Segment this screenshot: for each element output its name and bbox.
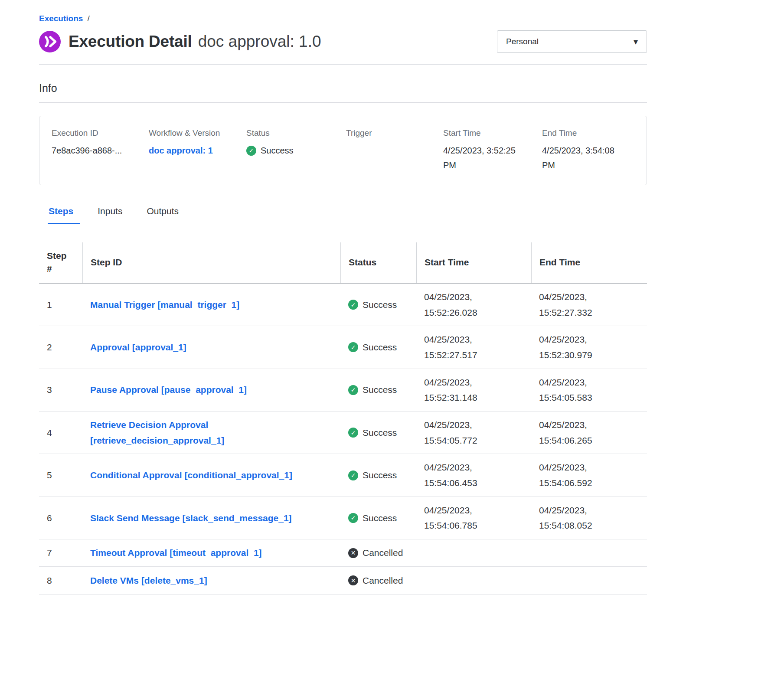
step-id-link[interactable]: Approval [approval_1]	[90, 342, 186, 352]
info-label: Status	[246, 128, 342, 138]
step-id-link[interactable]: Delete VMs [delete_vms_1]	[90, 575, 207, 585]
tab-inputs[interactable]: Inputs	[91, 206, 129, 224]
step-id-link[interactable]: Conditional Approval [conditional_approv…	[90, 470, 292, 480]
table-row: 4 Retrieve Decision Approval [retrieve_d…	[39, 412, 647, 454]
status-cell: ✓ Success	[340, 462, 416, 489]
start-time-cell: 04/25/2023, 15:54:06.785	[416, 497, 531, 539]
table-row: 3 Pause Approval [pause_approval_1] ✓ Su…	[39, 369, 647, 412]
table-row: 6 Slack Send Message [slack_send_message…	[39, 497, 647, 539]
status-icon: ✓	[348, 513, 358, 523]
status-cell: ✓ Success	[340, 334, 416, 361]
detail-tabs: Steps Inputs Outputs	[39, 206, 647, 224]
status-cell: ✓ Success	[340, 376, 416, 403]
info-card: Execution ID 7e8ac396-a868-... Workflow …	[39, 116, 647, 185]
step-id-link[interactable]: Slack Send Message [slack_send_message_1…	[90, 513, 292, 523]
status-icon: ✓	[348, 342, 358, 352]
status-cell: ✕ Cancelled	[340, 567, 416, 594]
execution-status: ✓ Success	[246, 143, 342, 158]
end-time-cell: 04/25/2023, 15:54:05.583	[531, 369, 647, 411]
status-label: Success	[363, 382, 397, 398]
title-divider	[39, 64, 647, 65]
status-icon: ✓	[348, 428, 358, 438]
workflow-version-link[interactable]: doc approval: 1	[149, 146, 213, 155]
start-time-cell: 04/25/2023, 15:54:05.772	[416, 412, 531, 454]
end-time-value: 4/25/2023, 3:54:08 PM	[542, 143, 629, 173]
step-number: 3	[39, 376, 82, 403]
end-time-cell: 04/25/2023, 15:52:27.332	[531, 284, 647, 326]
step-number: 1	[39, 291, 82, 318]
chevron-down-icon: ▾	[634, 37, 638, 46]
header-step-id: Step ID	[82, 242, 340, 283]
start-time-cell: 04/25/2023, 15:52:26.028	[416, 284, 531, 326]
table-row: 1 Manual Trigger [manual_trigger_1] ✓ Su…	[39, 284, 647, 326]
table-row: 2 Approval [approval_1] ✓ Success 04/25/…	[39, 326, 647, 369]
step-number: 8	[39, 567, 82, 594]
info-field-status: Status ✓ Success	[246, 128, 346, 158]
header-end-time: End Time	[531, 242, 647, 283]
step-number: 4	[39, 419, 82, 446]
status-cell: ✓ Success	[340, 505, 416, 532]
status-label: Cancelled	[363, 573, 403, 588]
end-time-cell: 04/25/2023, 15:54:06.592	[531, 454, 647, 496]
step-id-link[interactable]: Timeout Approval [timeout_approval_1]	[90, 548, 262, 558]
workflow-logo-icon	[39, 31, 61, 52]
header-start-time: Start Time	[416, 242, 531, 283]
start-time-cell: 04/25/2023, 15:52:27.517	[416, 326, 531, 368]
step-id-link[interactable]: Retrieve Decision Approval [retrieve_dec…	[90, 420, 224, 445]
info-section-heading: Info	[39, 82, 647, 95]
start-time-cell	[416, 567, 531, 594]
status-cell: ✓ Success	[340, 291, 416, 318]
end-time-cell	[531, 567, 647, 594]
status-icon: ✕	[348, 575, 358, 585]
execution-id-value: 7e8ac396-a868-...	[52, 143, 144, 158]
start-time-cell	[416, 539, 531, 566]
info-label: End Time	[542, 128, 630, 138]
breadcrumb: Executions /	[39, 0, 647, 23]
breadcrumb-separator: /	[87, 14, 89, 23]
page-title: Execution Detail	[69, 33, 192, 51]
end-time-cell: 04/25/2023, 15:52:30.979	[531, 326, 647, 368]
start-time-cell: 04/25/2023, 15:54:06.453	[416, 454, 531, 496]
table-row: 5 Conditional Approval [conditional_appr…	[39, 454, 647, 497]
step-number: 6	[39, 505, 82, 532]
status-cell: ✓ Success	[340, 419, 416, 446]
info-field-execution-id: Execution ID 7e8ac396-a868-...	[52, 128, 149, 158]
header-status: Status	[340, 242, 416, 283]
status-icon: ✕	[348, 548, 358, 558]
info-field-start-time: Start Time 4/25/2023, 3:52:25 PM	[443, 128, 542, 173]
table-row: 7 Timeout Approval [timeout_approval_1] …	[39, 539, 647, 567]
info-label: Trigger	[346, 128, 439, 138]
scope-dropdown[interactable]: Personal ▾	[497, 30, 647, 53]
status-label: Cancelled	[363, 545, 403, 561]
tab-outputs[interactable]: Outputs	[140, 206, 186, 224]
status-label: Success	[261, 143, 294, 158]
info-label: Workflow & Version	[149, 128, 242, 138]
status-cell: ✕ Cancelled	[340, 539, 416, 566]
status-label: Success	[363, 340, 397, 355]
end-time-cell: 04/25/2023, 15:54:06.265	[531, 412, 647, 454]
step-number: 2	[39, 334, 82, 361]
header-step-number: Step #	[39, 242, 82, 283]
start-time-value: 4/25/2023, 3:52:25 PM	[443, 143, 530, 173]
info-heading-divider	[39, 102, 647, 103]
info-field-trigger: Trigger	[346, 128, 443, 143]
status-label: Success	[363, 467, 397, 483]
info-label: Execution ID	[52, 128, 144, 138]
status-icon: ✓	[348, 470, 358, 480]
success-icon: ✓	[246, 146, 256, 156]
step-id-link[interactable]: Pause Approval [pause_approval_1]	[90, 385, 247, 395]
end-time-cell	[531, 539, 647, 566]
breadcrumb-executions-link[interactable]: Executions	[39, 14, 83, 23]
step-id-link[interactable]: Manual Trigger [manual_trigger_1]	[90, 300, 239, 310]
status-icon: ✓	[348, 385, 358, 395]
steps-table: Step # Step ID Status Start Time End Tim…	[39, 242, 647, 595]
check-glyph: ✓	[249, 147, 254, 154]
status-label: Success	[363, 425, 397, 441]
table-header: Step # Step ID Status Start Time End Tim…	[39, 242, 647, 284]
start-time-cell: 04/25/2023, 15:52:31.148	[416, 369, 531, 411]
scope-dropdown-value: Personal	[506, 37, 539, 46]
page-subtitle: doc approval: 1.0	[198, 33, 321, 51]
step-number: 5	[39, 462, 82, 489]
page-content: Executions / Execution Detail doc approv…	[39, 0, 647, 595]
tab-steps[interactable]: Steps	[48, 206, 80, 224]
